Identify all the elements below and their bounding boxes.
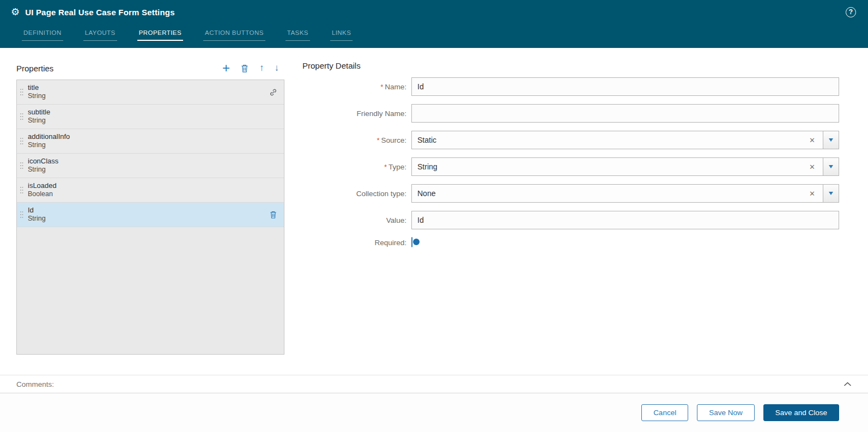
clear-icon[interactable]: ✕	[807, 184, 817, 203]
property-name: Id	[28, 206, 46, 215]
toggle-knob	[413, 239, 420, 245]
property-details-form: *Name: Friendly Name: *S	[302, 77, 839, 247]
save-now-button[interactable]: Save Now	[697, 404, 755, 421]
help-icon[interactable]: ?	[846, 7, 856, 17]
chevron-down-icon	[829, 138, 833, 142]
form-row-value: Value:	[302, 211, 839, 229]
property-type: String	[28, 166, 58, 174]
form-row-name: *Name:	[302, 77, 839, 96]
source-select[interactable]	[411, 131, 839, 149]
source-dropdown-button[interactable]	[823, 131, 839, 149]
property-item-text: additionalInfo String	[28, 132, 70, 149]
name-control	[411, 77, 839, 96]
property-item-text: title String	[28, 83, 46, 100]
move-down-button[interactable]: ↓	[275, 63, 280, 74]
link-icon[interactable]	[269, 88, 277, 96]
tab-tasks[interactable]: TASKS	[286, 29, 310, 41]
name-input[interactable]	[411, 77, 839, 96]
form-row-type: *Type: ✕	[302, 157, 839, 176]
form-row-source: *Source: ✕	[302, 131, 839, 149]
source-control: ✕	[411, 131, 839, 149]
clear-icon[interactable]: ✕	[807, 157, 817, 176]
properties-toolbar: + ↑ ↓	[222, 63, 284, 74]
required-mark: *	[384, 163, 387, 171]
friendly-name-input[interactable]	[411, 104, 839, 123]
comments-label: Comments:	[16, 380, 54, 388]
list-item-Id[interactable]: Id String	[17, 203, 284, 227]
collection-type-control: ✕	[411, 184, 839, 203]
collection-type-label: Collection type:	[302, 190, 411, 198]
property-type: String	[28, 117, 50, 125]
tab-layouts[interactable]: LAYOUTS	[83, 29, 117, 41]
collection-type-select[interactable]	[411, 184, 839, 203]
tab-action-buttons[interactable]: ACTION BUTTONS	[203, 29, 265, 41]
move-up-button[interactable]: ↑	[259, 63, 264, 74]
properties-header: Properties + ↑ ↓	[16, 61, 284, 75]
chevron-down-icon	[829, 165, 833, 168]
clear-icon[interactable]: ✕	[807, 131, 817, 149]
add-property-button[interactable]: +	[222, 63, 230, 73]
form-settings-window: ⚙ UI Page Real Use Case Form Settings ? …	[0, 0, 868, 432]
friendly-name-control	[411, 104, 839, 123]
required-mark: *	[377, 136, 379, 144]
property-name: additionalInfo	[28, 132, 70, 141]
delete-row-icon[interactable]	[269, 210, 277, 219]
properties-title: Properties	[16, 64, 53, 73]
required-mark: *	[380, 83, 383, 91]
tab-properties[interactable]: PROPERTIES	[137, 29, 183, 41]
form-row-friendly-name: Friendly Name:	[302, 104, 839, 123]
required-label: Required:	[302, 239, 411, 247]
properties-list: title String	[16, 80, 284, 355]
tab-links[interactable]: LINKS	[330, 29, 353, 41]
property-type: Boolean	[28, 190, 57, 198]
property-details-title: Property Details	[302, 61, 839, 70]
save-and-close-button[interactable]: Save and Close	[763, 404, 839, 421]
header: ⚙ UI Page Real Use Case Form Settings ? …	[0, 0, 868, 48]
value-label: Value:	[302, 216, 411, 224]
property-item-text: subtitle String	[28, 108, 50, 125]
property-item-text: isLoaded Boolean	[28, 181, 57, 198]
footer-actions: Cancel Save Now Save and Close	[0, 393, 868, 432]
friendly-name-label: Friendly Name:	[302, 109, 411, 118]
cancel-button[interactable]: Cancel	[641, 404, 688, 421]
page-title: UI Page Real Use Case Form Settings	[25, 8, 175, 17]
list-item-title[interactable]: title String	[17, 80, 284, 105]
drag-handle-icon[interactable]	[20, 113, 23, 120]
list-item-isLoaded[interactable]: isLoaded Boolean	[17, 178, 284, 203]
collapse-chevron-up-icon[interactable]	[843, 381, 852, 387]
property-details-panel: Property Details *Name: Friendly Name:	[284, 61, 839, 375]
required-toggle[interactable]	[411, 237, 412, 247]
list-item-iconClass[interactable]: iconClass String	[17, 154, 284, 178]
name-label: *Name:	[302, 83, 411, 91]
value-input[interactable]	[411, 211, 839, 229]
title-row: ⚙ UI Page Real Use Case Form Settings ?	[0, 0, 868, 24]
form-row-required: Required:	[302, 238, 839, 247]
tab-definition[interactable]: DEFINITION	[22, 29, 63, 41]
drag-handle-icon[interactable]	[20, 186, 23, 194]
drag-handle-icon[interactable]	[20, 88, 23, 96]
property-type: String	[28, 141, 70, 149]
type-label: *Type:	[302, 163, 411, 171]
property-type: String	[28, 92, 46, 100]
type-select[interactable]	[411, 157, 839, 176]
chevron-down-icon	[829, 192, 833, 195]
property-item-text: Id String	[28, 206, 46, 223]
comments-bar: Comments:	[0, 375, 868, 393]
properties-panel: Properties + ↑ ↓	[16, 61, 284, 375]
value-control	[411, 211, 839, 229]
property-name: subtitle	[28, 108, 50, 117]
tab-bar: DEFINITION LAYOUTS PROPERTIES ACTION BUT…	[0, 24, 868, 48]
list-item-subtitle[interactable]: subtitle String	[17, 105, 284, 129]
list-item-additionalInfo[interactable]: additionalInfo String	[17, 129, 284, 154]
collection-type-dropdown-button[interactable]	[823, 184, 839, 203]
type-dropdown-button[interactable]	[823, 157, 839, 176]
drag-handle-icon[interactable]	[20, 211, 23, 218]
drag-handle-icon[interactable]	[20, 137, 23, 145]
source-label: *Source:	[302, 136, 411, 144]
delete-property-button[interactable]	[240, 64, 249, 73]
property-type: String	[28, 215, 46, 223]
drag-handle-icon[interactable]	[20, 162, 23, 169]
main-content: Properties + ↑ ↓	[0, 48, 868, 375]
form-row-collection-type: Collection type: ✕	[302, 184, 839, 203]
property-name: isLoaded	[28, 181, 57, 190]
